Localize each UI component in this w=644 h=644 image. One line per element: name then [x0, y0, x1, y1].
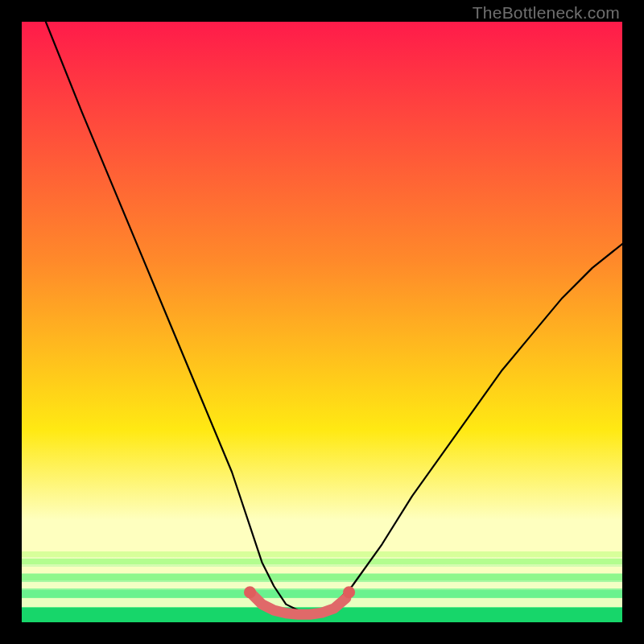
- chart-stage: TheBottleneck.com: [0, 0, 644, 644]
- watermark-text: TheBottleneck.com: [473, 3, 620, 23]
- accent-dot-end: [343, 586, 355, 598]
- curve-layer: [22, 22, 622, 622]
- accent-segment: [250, 592, 345, 615]
- plot-area: [22, 22, 622, 622]
- bottleneck-curve: [46, 22, 622, 610]
- accent-dot-start: [244, 586, 256, 598]
